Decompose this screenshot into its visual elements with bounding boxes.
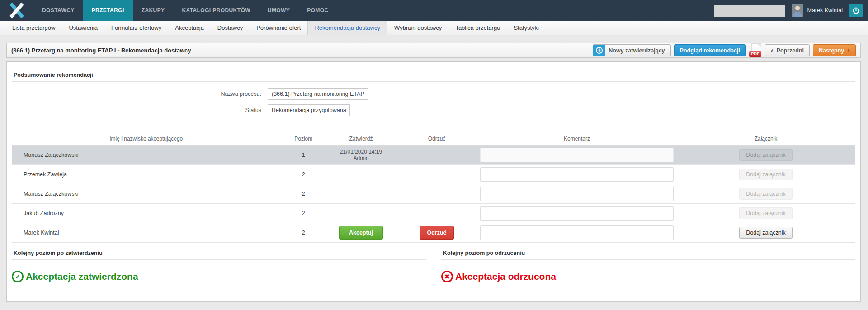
process-name-input[interactable]	[268, 88, 368, 100]
table-row: Mariusz Zajączkowski 1 21/01/2020 14:19 …	[12, 146, 855, 165]
pdf-export-icon[interactable]: PDF	[749, 43, 762, 57]
tab-dostawcy[interactable]: Dostawcy	[211, 21, 250, 35]
content-panel: Podsumowanie rekomendacji Nazwa procesu:…	[6, 61, 861, 302]
reject-result-section: Kolejny poziom po odrzuceniu ✖ Akceptacj…	[441, 250, 855, 282]
logo-x-icon	[9, 2, 24, 19]
comment-input[interactable]	[480, 225, 674, 240]
cross-circle-icon: ✖	[441, 271, 453, 282]
approvers-table: Imię i nazwisko akceptującego Poziom Zat…	[12, 132, 855, 243]
tab-porownanie-ofert[interactable]: Porównanie ofert	[250, 21, 307, 35]
nav-item-przetargi[interactable]: PRZETARGI	[83, 0, 133, 21]
status-input[interactable]	[268, 104, 350, 116]
tab-rekomendacja-dostawcy[interactable]: Rekomendacja dostawcy	[307, 21, 387, 35]
check-circle-icon: ✓	[12, 271, 24, 282]
approve-result-section: Kolejny poziom po zatwierdzeniu ✓ Akcept…	[12, 250, 426, 282]
new-approver-label: Nowy zatwierdzający	[609, 47, 665, 54]
approver-name: Mariusz Zajączkowski	[12, 184, 281, 204]
col-header-reject: Odrzuć	[396, 132, 477, 146]
previous-button[interactable]: ‹ Poprzedni	[765, 44, 810, 56]
col-header-approve: Zatwierdź	[326, 132, 396, 146]
approver-level: 2	[281, 223, 326, 243]
approval-date: 21/01/2020 14:19	[326, 149, 396, 155]
avatar	[792, 4, 803, 17]
chevron-left-icon: ‹	[771, 47, 774, 54]
page-title: (366.1) Przetarg na monitoring ETAP I - …	[11, 47, 191, 54]
table-row: Marek Kwintal 2 Akceptuj Odrzuć Dodaj za…	[12, 223, 855, 243]
chevron-right-icon: ›	[847, 47, 850, 54]
user-menu[interactable]: Marek Kwintal	[792, 4, 843, 17]
approval-author: Admin	[326, 155, 396, 161]
add-attachment-button: Dodaj załącznik	[739, 149, 793, 161]
add-attachment-button: Dodaj załącznik	[739, 207, 793, 219]
tab-formularz-ofertowy[interactable]: Formularz ofertowy	[104, 21, 168, 35]
next-button[interactable]: Następny ›	[813, 44, 856, 56]
preview-recommendation-button[interactable]: Podgląd rekomendacji	[674, 44, 746, 56]
add-attachment-button[interactable]: Dodaj załącznik	[739, 227, 793, 239]
col-header-comment: Komentarz	[477, 132, 676, 146]
status-label: Status	[12, 107, 268, 113]
approval-info: 21/01/2020 14:19 Admin	[326, 149, 396, 161]
table-header-row: Imię i nazwisko akceptującego Poziom Zat…	[12, 132, 855, 146]
tab-lista-przetargow[interactable]: Lista przetargów	[5, 21, 62, 35]
col-header-attachment: Załącznik	[676, 132, 855, 146]
tab-wybrani-dostawcy[interactable]: Wybrani dostawcy	[387, 21, 448, 35]
approver-level: 1	[281, 146, 326, 165]
approve-section-title: Kolejny poziom po zatwierdzeniu	[12, 250, 426, 260]
new-approver-button[interactable]: + Nowy zatwierdzający	[593, 44, 670, 56]
approver-name: Mariusz Zajączkowski	[12, 146, 281, 165]
table-row: Mariusz Zajączkowski 2 Dodaj załącznik	[12, 184, 855, 204]
nav-item-pomoc[interactable]: POMOC	[298, 0, 337, 21]
approver-level: 2	[281, 165, 326, 184]
tab-tablica-przetargu[interactable]: Tablica przetargu	[448, 21, 507, 35]
comment-input[interactable]	[480, 187, 674, 201]
reject-status-text: Akceptacja odrzucona	[455, 271, 556, 282]
nav-item-dostawcy[interactable]: DOSTAWCY	[33, 0, 83, 21]
user-name: Marek Kwintal	[807, 7, 843, 14]
approver-name: Przemek Zawieja	[12, 165, 281, 184]
nav-item-umowy[interactable]: UMOWY	[259, 0, 298, 21]
comment-input[interactable]	[480, 206, 674, 221]
approver-name: Jakub Zadrożny	[12, 204, 281, 223]
approver-level: 2	[281, 204, 326, 223]
process-name-label: Nazwa procesu:	[12, 91, 268, 97]
approver-name: Marek Kwintal	[12, 223, 281, 243]
comment-input[interactable]	[480, 148, 674, 162]
page-headerbar: (366.1) Przetarg na monitoring ETAP I - …	[6, 43, 861, 58]
tab-statystyki[interactable]: Statystyki	[507, 21, 546, 35]
add-attachment-button: Dodaj załącznik	[739, 169, 793, 180]
nav-item-katalogi[interactable]: KATALOGI PRODUKTÓW	[173, 0, 259, 21]
app-logo[interactable]	[0, 0, 33, 21]
tab-akceptacja[interactable]: Akceptacja	[168, 21, 211, 35]
col-header-level: Poziom	[281, 132, 326, 146]
add-attachment-button: Dodaj załącznik	[739, 188, 793, 200]
plus-icon: +	[593, 44, 605, 56]
comment-input[interactable]	[480, 167, 674, 182]
power-icon	[852, 7, 860, 14]
nav-item-zakupy[interactable]: ZAKUPY	[133, 0, 174, 21]
col-header-name: Imię i nazwisko akceptującego	[12, 132, 281, 146]
reject-section-title: Kolejny poziom po odrzuceniu	[441, 250, 855, 260]
logout-button[interactable]	[849, 4, 863, 17]
summary-section-title: Podsumowanie rekomendacji	[12, 72, 855, 82]
approver-level: 2	[281, 184, 326, 204]
top-navbar: DOSTAWCY PRZETARGI ZAKUPY KATALOGI PRODU…	[0, 0, 868, 21]
module-tabbar: Lista przetargów Ustawienia Formularz of…	[0, 21, 868, 35]
pdf-badge-label: PDF	[749, 51, 761, 57]
table-row: Jakub Zadrożny 2 Dodaj załącznik	[12, 204, 855, 223]
search-input[interactable]	[714, 5, 785, 17]
approve-status-text: Akceptacja zatwierdzona	[26, 271, 138, 282]
tab-ustawienia[interactable]: Ustawienia	[62, 21, 104, 35]
accept-button[interactable]: Akceptuj	[339, 226, 383, 240]
reject-button[interactable]: Odrzuć	[420, 226, 453, 240]
table-row: Przemek Zawieja 2 Dodaj załącznik	[12, 165, 855, 184]
